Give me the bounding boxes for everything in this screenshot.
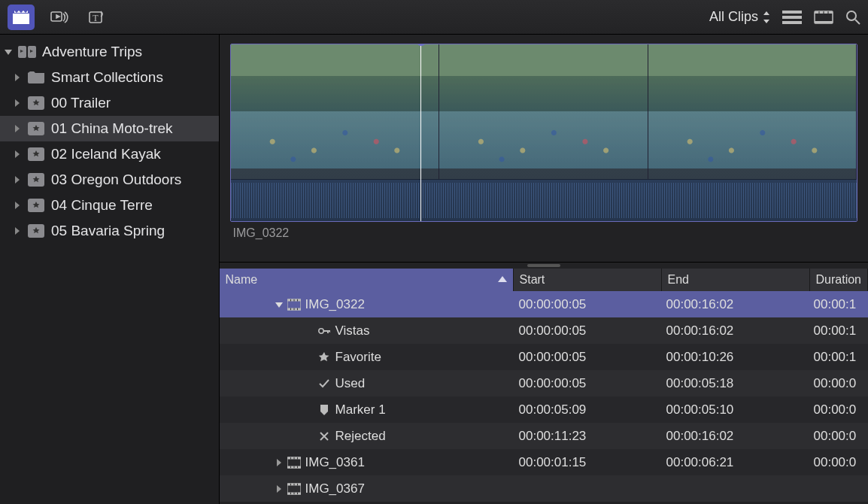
column-end[interactable]: End	[662, 269, 810, 291]
row-duration: 00:00:1	[808, 350, 868, 365]
sidebar: Adventure Trips Smart Collections00 Trai…	[0, 35, 220, 504]
disclosure-icon[interactable]	[305, 327, 313, 335]
row-end: 00:00:05:10	[660, 402, 808, 417]
row-name: IMG_0361	[305, 455, 365, 470]
row-duration: 00:00:0	[808, 402, 868, 417]
table-row[interactable]: Rejected00:00:11:2300:00:16:0200:00:0	[220, 423, 868, 449]
disclosure-right-icon[interactable]	[14, 150, 21, 158]
row-duration: 00:00:0	[808, 376, 868, 391]
row-end: 00:00:05:18	[660, 376, 808, 391]
table-row[interactable]: Marker 100:00:05:0900:00:05:1000:00:0	[220, 396, 868, 423]
sidebar-item[interactable]: 04 Cinque Terre	[0, 193, 219, 218]
sidebar-item-label: 02 Iceland Kayak	[51, 146, 161, 162]
disclosure-icon[interactable]	[305, 406, 313, 414]
key-icon	[317, 326, 331, 335]
disclosure-icon[interactable]	[305, 433, 313, 440]
table-row[interactable]: Vistas00:00:00:0500:00:16:0200:00:1	[220, 317, 868, 344]
svg-point-31	[318, 328, 323, 332]
column-duration[interactable]: Duration	[810, 269, 868, 291]
disclosure-right-icon[interactable]	[14, 227, 21, 235]
sidebar-item[interactable]: 00 Trailer	[0, 90, 219, 116]
search-button[interactable]	[845, 5, 860, 30]
svg-rect-34	[329, 330, 330, 332]
sidebar-item[interactable]: 05 Bavaria Spring	[0, 218, 219, 244]
row-start: 00:00:00:05	[513, 323, 660, 339]
sidebar-item-label: 04 Cinque Terre	[51, 197, 153, 214]
sidebar-item-label: 00 Trailer	[51, 95, 111, 111]
table-row[interactable]: Favorite00:00:00:0500:00:10:2600:00:1	[220, 344, 868, 370]
search-icon	[845, 10, 860, 25]
row-name: Used	[335, 376, 366, 391]
column-name[interactable]: Name	[220, 269, 514, 291]
clip-name-label: IMG_0322	[233, 226, 857, 240]
disclosure-icon[interactable]	[275, 459, 283, 466]
row-duration: 00:00:1	[808, 323, 868, 339]
row-start: 00:00:00:05	[513, 350, 660, 365]
row-name: IMG_0367	[305, 481, 365, 496]
row-end: 00:00:16:02	[660, 323, 808, 339]
toolbar: T All Clips	[0, 0, 868, 35]
disclosure-down-icon[interactable]	[5, 48, 12, 56]
sort-asc-icon	[498, 273, 507, 287]
disclosure-right-icon[interactable]	[14, 99, 21, 107]
row-end: 00:00:06:21	[660, 455, 808, 470]
svg-rect-4	[782, 16, 802, 19]
film-icon	[287, 457, 301, 469]
marker-icon	[317, 405, 331, 415]
svg-rect-15	[28, 46, 36, 58]
audio-browser-tab[interactable]	[45, 5, 72, 30]
column-start[interactable]: Start	[514, 269, 662, 291]
library-name: Adventure Trips	[42, 44, 142, 60]
clip-list-table: Name Start End Duration IMG_032200:00:00…	[220, 262, 868, 504]
split-drag-handle[interactable]	[220, 263, 868, 269]
table-header: Name Start End Duration	[220, 269, 868, 291]
disclosure-right-icon[interactable]	[14, 74, 21, 81]
event-icon	[27, 198, 45, 213]
row-end: 00:00:16:02	[660, 297, 808, 312]
svg-rect-8	[815, 21, 833, 23]
sidebar-item[interactable]: 01 China Moto-trek	[0, 116, 219, 141]
row-name: Rejected	[335, 429, 386, 444]
folder-icon	[27, 70, 45, 85]
table-row[interactable]: IMG_036100:00:01:1500:00:06:2100:00:0	[220, 449, 868, 475]
row-name: Marker 1	[335, 402, 386, 417]
film-icon	[287, 483, 301, 495]
row-start: 00:00:00:05	[513, 297, 660, 312]
filmstrip-view-button[interactable]	[814, 5, 833, 30]
row-start: 00:00:05:09	[513, 402, 660, 417]
media-browser-tab[interactable]	[8, 5, 35, 30]
library-row[interactable]: Adventure Trips	[0, 39, 219, 65]
clip-filter-popup[interactable]: All Clips	[709, 9, 770, 25]
sidebar-item[interactable]: 03 Oregon Outdoors	[0, 167, 219, 193]
svg-point-12	[847, 11, 856, 20]
disclosure-right-icon[interactable]	[14, 176, 21, 184]
sidebar-item[interactable]: 02 Iceland Kayak	[0, 141, 219, 167]
event-icon	[27, 172, 45, 187]
svg-rect-3	[782, 11, 802, 14]
table-row[interactable]: IMG_0367	[220, 475, 868, 502]
clip-filter-label: All Clips	[709, 9, 758, 25]
disclosure-icon[interactable]	[305, 354, 313, 361]
sidebar-item-label: 05 Bavaria Spring	[51, 223, 165, 239]
table-row[interactable]: IMG_032200:00:00:0500:00:16:0200:00:1	[220, 291, 868, 317]
sidebar-item[interactable]: Smart Collections	[0, 65, 219, 90]
disclosure-icon[interactable]	[305, 380, 313, 387]
table-row[interactable]: Used00:00:00:0500:00:05:1800:00:0	[220, 370, 868, 396]
skimmer-playhead[interactable]	[420, 44, 421, 221]
row-start: 00:00:01:15	[513, 455, 660, 470]
svg-line-13	[855, 20, 860, 24]
disclosure-icon[interactable]	[275, 301, 283, 308]
disclosure-right-icon[interactable]	[14, 202, 21, 209]
row-end: 00:00:10:26	[660, 350, 808, 365]
row-name: IMG_0322	[305, 297, 365, 312]
titles-browser-tab[interactable]: T	[83, 5, 110, 30]
film-icon	[287, 299, 301, 311]
disclosure-right-icon[interactable]	[14, 125, 21, 132]
event-icon	[27, 223, 45, 238]
list-view-button[interactable]	[782, 5, 802, 30]
clip-thumbnail-strip[interactable]	[230, 44, 857, 222]
disclosure-icon[interactable]	[275, 485, 283, 493]
row-start: 00:00:00:05	[513, 376, 660, 391]
filmstrip[interactable]: IMG_0322	[220, 35, 868, 262]
svg-rect-14	[18, 46, 26, 58]
